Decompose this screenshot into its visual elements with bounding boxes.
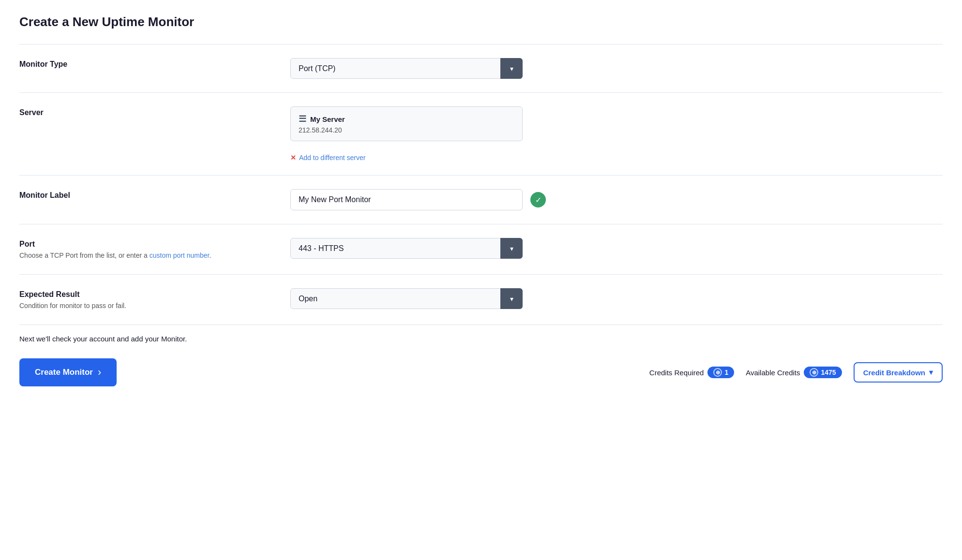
available-credits-circle-icon: ⊕ xyxy=(810,368,818,377)
create-monitor-button-arrow: › xyxy=(98,366,101,379)
page-title: Create a New Uptime Monitor xyxy=(19,15,943,29)
port-label-col: Port Choose a TCP Port from the list, or… xyxy=(19,238,271,261)
server-control-col: ☰ My Server 212.58.244.20 ✕ Add to diffe… xyxy=(290,106,943,162)
port-desc-prefix: Choose a TCP Port from the list, or ente… xyxy=(19,251,150,259)
expected-result-section: Expected Result Condition for monitor to… xyxy=(19,274,943,324)
server-label: Server xyxy=(19,108,271,117)
validation-check-icon: ✓ xyxy=(530,192,546,207)
expected-result-select[interactable]: Open Closed xyxy=(290,288,523,309)
port-description: Choose a TCP Port from the list, or ente… xyxy=(19,251,271,261)
credit-breakdown-label: Credit Breakdown xyxy=(863,368,925,377)
available-credits-item: Available Credits ⊕ 1475 xyxy=(746,367,842,378)
credits-required-badge: ⊕ 1 xyxy=(707,367,734,378)
credits-required-item: Credits Required ⊕ 1 xyxy=(649,367,734,378)
credit-breakdown-chevron-icon: ▾ xyxy=(929,368,933,377)
custom-port-link[interactable]: custom port number xyxy=(150,251,210,259)
expected-result-label-col: Expected Result Condition for monitor to… xyxy=(19,288,271,311)
port-select[interactable]: 443 - HTTPS 80 - HTTP 22 - SSH 21 - FTP … xyxy=(290,238,523,259)
monitor-label-control-col: ✓ xyxy=(290,189,943,210)
credits-section: Credits Required ⊕ 1 Available Credits ⊕… xyxy=(649,362,943,383)
monitor-type-section: Monitor Type Port (TCP) HTTP(S) Ping DNS… xyxy=(19,44,943,92)
x-icon: ✕ xyxy=(290,154,296,162)
server-icon: ☰ xyxy=(299,114,306,124)
footer-actions: Create Monitor › Credits Required ⊕ 1 Av… xyxy=(19,354,943,386)
credits-required-value: 1 xyxy=(724,368,728,376)
monitor-type-select-wrapper: Port (TCP) HTTP(S) Ping DNS ▾ xyxy=(290,58,523,79)
create-monitor-button[interactable]: Create Monitor › xyxy=(19,358,117,386)
monitor-label-input[interactable] xyxy=(290,189,523,210)
monitor-type-label: Monitor Type xyxy=(19,60,271,69)
server-name-row: ☰ My Server xyxy=(299,114,514,124)
expected-result-control-col: Open Closed ▾ xyxy=(290,288,943,309)
monitor-type-control-col: Port (TCP) HTTP(S) Ping DNS ▾ xyxy=(290,58,943,79)
monitor-type-select[interactable]: Port (TCP) HTTP(S) Ping DNS xyxy=(290,58,523,79)
expected-result-description: Condition for monitor to pass or fail. xyxy=(19,301,271,311)
available-credits-value: 1475 xyxy=(821,368,836,376)
server-name-text: My Server xyxy=(310,115,345,123)
expected-result-label: Expected Result xyxy=(19,290,271,299)
credits-required-label: Credits Required xyxy=(649,368,704,377)
monitor-type-label-col: Monitor Type xyxy=(19,58,271,71)
server-section: Server ☰ My Server 212.58.244.20 ✕ Add t… xyxy=(19,92,943,175)
port-control-col: 443 - HTTPS 80 - HTTP 22 - SSH 21 - FTP … xyxy=(290,238,943,259)
add-to-different-server-link[interactable]: ✕ Add to different server xyxy=(290,154,365,162)
monitor-label-label: Monitor Label xyxy=(19,191,271,200)
expected-result-select-wrapper: Open Closed ▾ xyxy=(290,288,523,309)
server-label-col: Server xyxy=(19,106,271,119)
monitor-label-label-col: Monitor Label xyxy=(19,189,271,202)
port-desc-suffix: . xyxy=(209,251,211,259)
port-label: Port xyxy=(19,240,271,249)
server-box: ☰ My Server 212.58.244.20 xyxy=(290,106,523,141)
credit-breakdown-button[interactable]: Credit Breakdown ▾ xyxy=(854,362,943,383)
next-text: Next we'll check your account and add yo… xyxy=(19,325,943,354)
server-ip: 212.58.244.20 xyxy=(299,126,514,134)
port-select-wrapper: 443 - HTTPS 80 - HTTP 22 - SSH 21 - FTP … xyxy=(290,238,523,259)
available-credits-label: Available Credits xyxy=(746,368,800,377)
create-monitor-button-label: Create Monitor xyxy=(35,368,93,377)
available-credits-badge: ⊕ 1475 xyxy=(804,367,842,378)
monitor-label-section: Monitor Label ✓ xyxy=(19,175,943,224)
port-section: Port Choose a TCP Port from the list, or… xyxy=(19,224,943,274)
credits-required-circle-icon: ⊕ xyxy=(713,368,722,377)
add-server-link-text: Add to different server xyxy=(299,154,365,162)
